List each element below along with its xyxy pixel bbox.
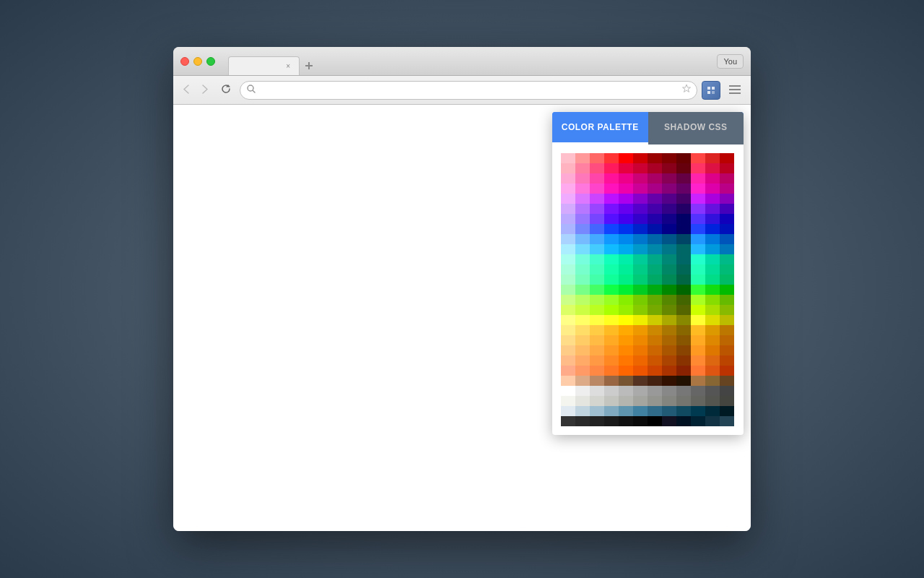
color-cell-10-3[interactable] xyxy=(604,254,619,264)
color-cell-20-5[interactable] xyxy=(633,355,648,366)
color-cell-16-5[interactable] xyxy=(633,315,648,325)
color-cell-16-11[interactable] xyxy=(720,315,734,325)
color-cell-2-9[interactable] xyxy=(691,173,705,184)
color-cell-13-9[interactable] xyxy=(691,285,705,295)
color-cell-2-1[interactable] xyxy=(575,173,590,184)
color-cell-18-11[interactable] xyxy=(720,335,734,345)
color-cell-23-6[interactable] xyxy=(648,386,662,396)
color-cell-26-5[interactable] xyxy=(633,416,648,426)
color-cell-11-5[interactable] xyxy=(633,264,648,275)
color-cell-23-8[interactable] xyxy=(676,386,691,396)
color-cell-24-11[interactable] xyxy=(720,396,734,406)
color-cell-0-1[interactable] xyxy=(575,153,590,163)
color-cell-16-0[interactable] xyxy=(561,315,575,325)
color-cell-5-11[interactable] xyxy=(720,204,734,214)
color-cell-23-1[interactable] xyxy=(575,386,590,396)
color-cell-25-10[interactable] xyxy=(705,406,720,416)
color-cell-12-10[interactable] xyxy=(705,275,720,285)
color-cell-5-9[interactable] xyxy=(691,204,705,214)
color-cell-5-3[interactable] xyxy=(604,204,619,214)
color-cell-0-10[interactable] xyxy=(705,153,720,163)
color-cell-24-8[interactable] xyxy=(676,396,691,406)
color-cell-12-5[interactable] xyxy=(633,275,648,285)
color-cell-6-5[interactable] xyxy=(633,214,648,224)
color-cell-17-2[interactable] xyxy=(590,325,604,335)
color-cell-17-6[interactable] xyxy=(648,325,662,335)
color-cell-6-3[interactable] xyxy=(604,214,619,224)
color-cell-0-7[interactable] xyxy=(662,153,676,163)
color-cell-15-9[interactable] xyxy=(691,305,705,315)
color-cell-18-3[interactable] xyxy=(604,335,619,345)
color-cell-23-7[interactable] xyxy=(662,386,676,396)
color-cell-11-3[interactable] xyxy=(604,264,619,275)
color-cell-25-9[interactable] xyxy=(691,406,705,416)
color-cell-17-5[interactable] xyxy=(633,325,648,335)
color-cell-12-6[interactable] xyxy=(648,275,662,285)
color-cell-19-6[interactable] xyxy=(648,345,662,355)
color-cell-19-5[interactable] xyxy=(633,345,648,355)
color-cell-8-4[interactable] xyxy=(619,234,633,244)
color-cell-9-4[interactable] xyxy=(619,244,633,254)
browser-tab[interactable]: × xyxy=(228,56,300,75)
minimize-button[interactable] xyxy=(193,57,202,66)
color-cell-19-1[interactable] xyxy=(575,345,590,355)
color-cell-3-11[interactable] xyxy=(720,184,734,194)
color-cell-26-6[interactable] xyxy=(648,416,662,426)
color-cell-25-0[interactable] xyxy=(561,406,575,416)
color-cell-9-11[interactable] xyxy=(720,244,734,254)
color-cell-20-4[interactable] xyxy=(619,355,633,366)
color-cell-4-4[interactable] xyxy=(619,194,633,204)
color-cell-7-0[interactable] xyxy=(561,224,575,234)
color-cell-4-8[interactable] xyxy=(676,194,691,204)
color-cell-23-4[interactable] xyxy=(619,386,633,396)
color-cell-12-1[interactable] xyxy=(575,275,590,285)
color-cell-25-4[interactable] xyxy=(619,406,633,416)
color-cell-26-8[interactable] xyxy=(676,416,691,426)
color-cell-20-3[interactable] xyxy=(604,355,619,366)
color-cell-19-11[interactable] xyxy=(720,345,734,355)
color-cell-8-6[interactable] xyxy=(648,234,662,244)
color-cell-10-2[interactable] xyxy=(590,254,604,264)
color-cell-19-3[interactable] xyxy=(604,345,619,355)
color-cell-20-0[interactable] xyxy=(561,355,575,366)
color-cell-6-4[interactable] xyxy=(619,214,633,224)
color-cell-11-8[interactable] xyxy=(676,264,691,275)
color-cell-26-11[interactable] xyxy=(720,416,734,426)
color-cell-8-10[interactable] xyxy=(705,234,720,244)
color-cell-19-9[interactable] xyxy=(691,345,705,355)
color-cell-9-6[interactable] xyxy=(648,244,662,254)
color-cell-0-11[interactable] xyxy=(720,153,734,163)
color-cell-11-11[interactable] xyxy=(720,264,734,275)
color-cell-24-4[interactable] xyxy=(619,396,633,406)
color-cell-11-4[interactable] xyxy=(619,264,633,275)
color-cell-9-0[interactable] xyxy=(561,244,575,254)
color-cell-10-5[interactable] xyxy=(633,254,648,264)
color-cell-24-3[interactable] xyxy=(604,396,619,406)
color-cell-4-6[interactable] xyxy=(648,194,662,204)
color-cell-0-4[interactable] xyxy=(619,153,633,163)
color-cell-13-0[interactable] xyxy=(561,285,575,295)
color-cell-7-2[interactable] xyxy=(590,224,604,234)
color-cell-26-3[interactable] xyxy=(604,416,619,426)
color-cell-6-7[interactable] xyxy=(662,214,676,224)
color-cell-8-0[interactable] xyxy=(561,234,575,244)
color-cell-16-9[interactable] xyxy=(691,315,705,325)
color-cell-22-11[interactable] xyxy=(720,376,734,386)
color-cell-11-7[interactable] xyxy=(662,264,676,275)
color-cell-20-10[interactable] xyxy=(705,355,720,366)
user-button[interactable]: You xyxy=(717,54,744,69)
color-cell-10-1[interactable] xyxy=(575,254,590,264)
color-cell-6-11[interactable] xyxy=(720,214,734,224)
color-cell-10-4[interactable] xyxy=(619,254,633,264)
color-cell-2-7[interactable] xyxy=(662,173,676,184)
color-cell-18-1[interactable] xyxy=(575,335,590,345)
color-cell-22-5[interactable] xyxy=(633,376,648,386)
color-cell-16-6[interactable] xyxy=(648,315,662,325)
maximize-button[interactable] xyxy=(206,57,215,66)
color-cell-26-1[interactable] xyxy=(575,416,590,426)
color-cell-15-7[interactable] xyxy=(662,305,676,315)
back-button[interactable] xyxy=(179,82,193,99)
color-cell-21-3[interactable] xyxy=(604,366,619,376)
color-cell-21-5[interactable] xyxy=(633,366,648,376)
color-cell-2-2[interactable] xyxy=(590,173,604,184)
